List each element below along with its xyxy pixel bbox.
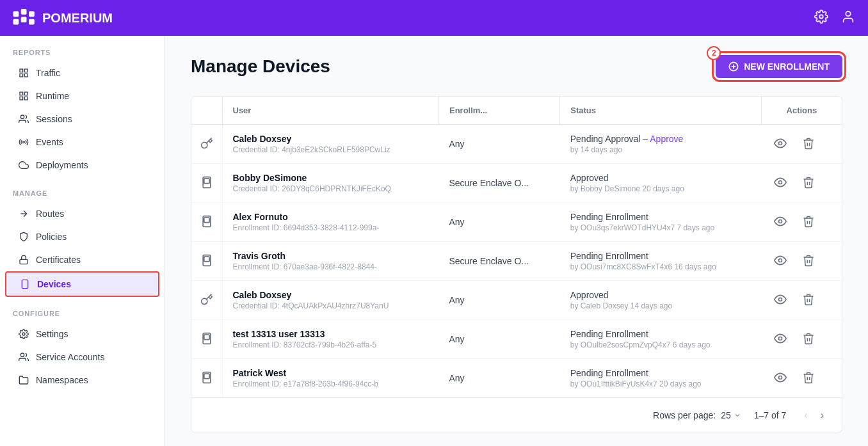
main-content: Manage Devices NEW ENROLLMENT 2 User Enr… [165, 36, 868, 446]
sidebar-configure-label: CONFIGURE [0, 297, 165, 323]
col-icon [191, 97, 222, 125]
sidebar-item-namespaces[interactable]: Namespaces [5, 369, 159, 392]
sidebar-item-label: Deployments [36, 160, 88, 170]
trash-icon [802, 254, 815, 267]
sidebar-item-label: Settings [36, 329, 68, 339]
user-credential: Enrollment ID: 6694d353-3828-4112-999a- [233, 223, 429, 232]
sidebar-item-label: Service Accounts [36, 352, 104, 362]
sidebar-item-settings[interactable]: Settings [5, 323, 159, 346]
sidebar-item-runtime[interactable]: Runtime [5, 84, 159, 108]
sidebar-item-label: Routes [36, 209, 64, 219]
logo: POMERIUM [13, 9, 113, 27]
actions-cell [761, 320, 842, 359]
sidebar-item-label: Devices [37, 279, 71, 289]
people-icon [18, 113, 29, 125]
settings-icon[interactable] [814, 10, 828, 26]
mobile-device-icon [200, 254, 213, 267]
device-icon-cell [191, 203, 222, 242]
status-cell: Approvedby Bobby DeSimone 20 days ago [560, 164, 762, 203]
top-nav: POMERIUM [0, 0, 868, 36]
delete-button[interactable] [800, 251, 817, 271]
pagination-prev-button[interactable]: ‹ [799, 407, 812, 424]
sidebar-item-traffic[interactable]: Traffic [5, 61, 159, 84]
pagination-next-button[interactable]: › [816, 407, 829, 424]
enrollment-cell: Any [438, 359, 559, 398]
sidebar-item-deployments[interactable]: Deployments [5, 154, 159, 177]
user-icon[interactable] [841, 10, 855, 26]
sidebar-reports-label: REPORTS [0, 36, 165, 61]
device-icon-cell [191, 320, 222, 359]
sidebar-item-sessions[interactable]: Sessions [5, 108, 159, 131]
table-row: Caleb DoxseyCredential ID: 4tQcAUAkPxAU4… [191, 281, 842, 320]
table-row: Alex FornutoEnrollment ID: 6694d353-3828… [191, 203, 842, 242]
user-name: Caleb Doxsey [233, 290, 429, 300]
sidebar: REPORTS Traffic Runtime Sessions Events [0, 36, 165, 446]
svg-rect-47 [204, 374, 209, 379]
svg-rect-14 [20, 97, 23, 100]
enrollment-cell: Any [438, 203, 559, 242]
svg-rect-34 [204, 218, 209, 223]
nav-actions [814, 10, 855, 26]
view-button[interactable] [771, 173, 789, 193]
svg-point-23 [20, 353, 24, 356]
user-name: Alex Fornuto [233, 212, 429, 222]
table-row: test 13313 user 13313Enrollment ID: 8370… [191, 320, 842, 359]
status-by: by Caleb Doxsey 14 days ago [570, 301, 751, 310]
status-text: Approved [570, 290, 751, 300]
delete-button[interactable] [800, 369, 817, 388]
view-button[interactable] [771, 251, 789, 271]
table-row: Bobby DeSimoneCredential ID: 26DY8qC6HDP… [191, 164, 842, 203]
sidebar-item-service-accounts[interactable]: Service Accounts [5, 346, 159, 369]
svg-rect-8 [20, 69, 23, 72]
mobile-device-icon [200, 176, 213, 189]
status-cell: Approvedby Caleb Doxsey 14 days ago [560, 281, 762, 320]
rows-per-page-control: Rows per page: 25 [653, 410, 741, 420]
page-header: Manage Devices NEW ENROLLMENT 2 [191, 55, 842, 78]
status-by: by OOu3qs7ekrWOTdHYU4x7 7 days ago [570, 223, 751, 232]
svg-rect-4 [29, 12, 35, 17]
view-button[interactable] [771, 369, 789, 388]
mobile-device-icon [200, 371, 213, 384]
svg-point-48 [779, 376, 782, 379]
enrollment-cell: Any [438, 125, 559, 164]
user-name: Bobby DeSimone [233, 173, 429, 183]
svg-rect-0 [13, 12, 19, 17]
delete-button[interactable] [800, 173, 817, 193]
new-enrollment-button[interactable]: NEW ENROLLMENT [716, 55, 842, 78]
user-credential: Credential ID: 4tQcAUAkPxAU4zhrz7U8YanU [233, 301, 429, 310]
status-cell: Pending Enrollmentby OOu3qs7ekrWOTdHYU4x… [560, 203, 762, 242]
pagination-info: 1–7 of 7 [754, 410, 787, 420]
status-by: by OOusi7mc8XC8SwFxT4x6 16 days ago [570, 262, 751, 271]
delete-button[interactable] [800, 330, 817, 349]
sidebar-item-policies[interactable]: Policies [5, 225, 159, 248]
sidebar-item-devices[interactable]: Devices 1 [5, 271, 159, 297]
mobile-device-icon [200, 215, 213, 228]
table-footer: Rows per page: 25 1–7 of 7 ‹ › [191, 397, 842, 433]
pagination-buttons: ‹ › [799, 407, 829, 424]
status-cell: Pending Enrollmentby OOusi7mc8XC8SwFxT4x… [560, 242, 762, 281]
user-credential: Enrollment ID: 83702cf3-799b-4b26-affa-5 [233, 340, 429, 349]
sidebar-item-label: Namespaces [36, 375, 88, 385]
delete-button[interactable] [800, 291, 817, 310]
approve-link[interactable]: Approve [650, 134, 683, 144]
svg-rect-9 [24, 69, 28, 72]
trash-icon [802, 332, 815, 345]
devices-table-card: User Enrollm... Status Actions Caleb Dox… [191, 96, 842, 433]
sidebar-item-events[interactable]: Events [5, 131, 159, 154]
svg-rect-43 [204, 335, 209, 340]
sidebar-item-routes[interactable]: Routes [5, 202, 159, 225]
view-button[interactable] [771, 134, 789, 154]
eye-icon [774, 176, 787, 189]
rows-per-page-select[interactable]: 25 [721, 410, 741, 420]
status-cell: Pending Enrollmentby OOu1IfttikBiFyUsK4x… [560, 359, 762, 398]
view-button[interactable] [771, 330, 789, 349]
delete-button[interactable] [800, 212, 817, 232]
sidebar-item-certificates[interactable]: Certificates [5, 248, 159, 271]
svg-point-16 [20, 115, 24, 118]
user-name: Travis Groth [233, 251, 429, 261]
device-icon-cell [191, 242, 222, 281]
delete-button[interactable] [800, 134, 817, 154]
col-enrollment: Enrollm... [438, 97, 559, 125]
view-button[interactable] [771, 212, 789, 232]
view-button[interactable] [771, 291, 789, 310]
